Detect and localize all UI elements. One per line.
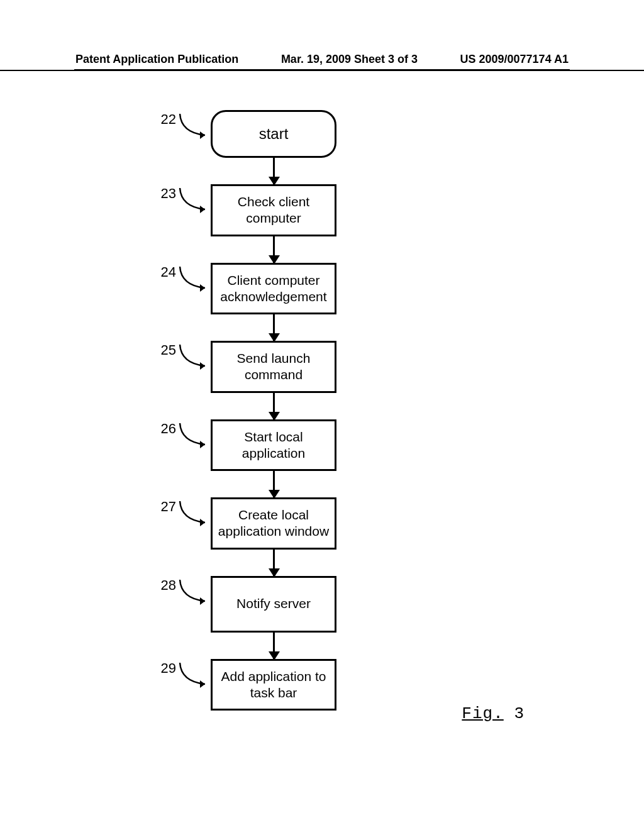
node-text: Send launch command <box>216 350 331 384</box>
arrow-down-icon <box>273 633 275 659</box>
arrow-down-icon <box>273 393 275 419</box>
node-text: Add application to task bar <box>216 668 331 702</box>
ref-number: 29 <box>151 660 176 677</box>
leader-curve-icon <box>176 419 211 451</box>
process-box: Notify server <box>211 576 336 633</box>
leader-curve-icon <box>176 341 211 372</box>
ref-number: 28 <box>151 577 176 594</box>
page-header: Patent Application Publication Mar. 19, … <box>0 53 644 71</box>
node-text: Create local application window <box>216 507 331 540</box>
node-text: start <box>259 124 289 143</box>
leader-curve-icon <box>176 263 211 294</box>
flow-node: 23 Check client computer <box>151 184 390 236</box>
ref-leader <box>176 341 211 366</box>
ref-number: 27 <box>151 499 176 515</box>
header-rule <box>74 69 570 70</box>
flow-node: 24 Client computer acknowledgement <box>151 263 390 315</box>
ref-leader <box>176 110 211 135</box>
flowchart: 22 start 23 Check client computer 24 <box>151 110 390 711</box>
flow-node: 26 Start local application <box>151 419 390 472</box>
arrow-down-icon <box>273 314 275 341</box>
figure-prefix: Fig. <box>462 704 503 723</box>
leader-curve-icon <box>176 576 211 607</box>
process-box: Client computer acknowledgement <box>211 263 336 315</box>
ref-number: 26 <box>151 421 176 437</box>
ref-leader <box>176 576 211 601</box>
terminator-box: start <box>211 110 336 158</box>
ref-number: 25 <box>151 342 176 358</box>
svg-marker-6 <box>200 597 205 605</box>
node-text: Notify server <box>236 595 311 612</box>
flow-node: 25 Send launch command <box>151 341 390 393</box>
ref-number: 24 <box>151 264 176 280</box>
ref-leader <box>176 497 211 523</box>
process-box: Send launch command <box>211 341 336 393</box>
svg-marker-2 <box>200 284 205 292</box>
flow-node: 22 start <box>151 110 390 158</box>
ref-leader <box>176 419 211 445</box>
ref-leader <box>176 184 211 209</box>
figure-number: 3 <box>514 704 525 723</box>
header-center: Mar. 19, 2009 Sheet 3 of 3 <box>281 53 418 66</box>
node-text: Start local application <box>216 429 331 462</box>
leader-curve-icon <box>176 497 211 529</box>
arrow-down-icon <box>273 550 275 576</box>
flow-node: 28 Notify server <box>151 576 390 633</box>
svg-marker-0 <box>200 131 205 139</box>
process-box: Add application to task bar <box>211 659 336 711</box>
ref-leader <box>176 659 211 684</box>
process-box: Create local application window <box>211 497 336 550</box>
process-box: Start local application <box>211 419 336 472</box>
leader-curve-icon <box>176 110 211 141</box>
leader-curve-icon <box>176 659 211 690</box>
svg-marker-1 <box>200 206 205 213</box>
svg-marker-5 <box>200 519 205 526</box>
ref-number: 22 <box>151 111 176 128</box>
process-box: Check client computer <box>211 184 336 236</box>
svg-marker-4 <box>200 441 205 448</box>
svg-marker-3 <box>200 362 205 370</box>
flow-node: 27 Create local application window <box>151 497 390 550</box>
header-left: Patent Application Publication <box>75 53 238 66</box>
arrow-down-icon <box>273 236 275 263</box>
flow-node: 29 Add application to task bar <box>151 659 390 711</box>
ref-leader <box>176 263 211 288</box>
node-text: Check client computer <box>216 194 331 227</box>
leader-curve-icon <box>176 184 211 216</box>
arrow-down-icon <box>273 471 275 497</box>
figure-label: Fig. 3 <box>462 704 525 723</box>
svg-marker-7 <box>200 680 205 688</box>
ref-number: 23 <box>151 185 176 202</box>
arrow-down-icon <box>273 158 275 184</box>
node-text: Client computer acknowledgement <box>216 272 331 306</box>
header-right: US 2009/0077174 A1 <box>460 53 569 66</box>
